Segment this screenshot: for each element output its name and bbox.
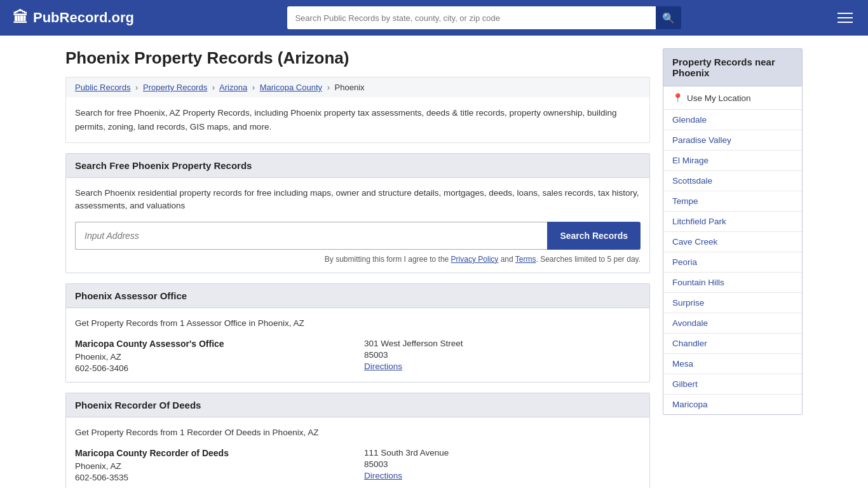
sidebar-item-paradise-valley[interactable]: Paradise Valley bbox=[663, 130, 802, 151]
assessor-desc: Get Property Records from 1 Assessor Off… bbox=[75, 317, 641, 330]
recorder-office-name: Maricopa County Recorder of Deeds bbox=[75, 448, 351, 458]
use-location-item[interactable]: 📍 Use My Location bbox=[663, 86, 802, 110]
breadcrumb-property-records[interactable]: Property Records bbox=[143, 83, 207, 92]
recorder-office-right: 111 South 3rd Avenue 85003 Directions bbox=[364, 448, 641, 482]
assessor-office-entry: Maricopa County Assessor's Office Phoeni… bbox=[75, 339, 641, 373]
breadcrumb-public-records[interactable]: Public Records bbox=[75, 83, 130, 92]
main-container: Phoenix Property Records (Arizona) Publi… bbox=[53, 36, 815, 488]
sidebar-item-avondale[interactable]: Avondale bbox=[663, 313, 802, 334]
search-desc: Search Phoenix residential property reco… bbox=[75, 187, 641, 213]
sidebar-link-chandler[interactable]: Chandler bbox=[672, 339, 707, 348]
breadcrumb-maricopa[interactable]: Maricopa County bbox=[260, 83, 322, 92]
logo-text: PubRecord.org bbox=[33, 10, 134, 26]
bank-icon: 🏛 bbox=[13, 9, 28, 27]
header-search-button[interactable]: 🔍 bbox=[656, 6, 681, 29]
sidebar-link-maricopa[interactable]: Maricopa bbox=[672, 400, 708, 409]
recorder-office-zip: 85003 bbox=[364, 459, 641, 469]
recorder-office-address: 111 South 3rd Avenue bbox=[364, 448, 641, 458]
content-area: Phoenix Property Records (Arizona) Publi… bbox=[65, 48, 650, 488]
breadcrumb-sep-2: › bbox=[212, 83, 215, 92]
sidebar-link-peoria[interactable]: Peoria bbox=[672, 257, 697, 267]
assessor-office-zip: 85003 bbox=[364, 350, 641, 360]
use-location-link[interactable]: Use My Location bbox=[687, 93, 751, 103]
sidebar-link-glendale[interactable]: Glendale bbox=[672, 115, 707, 125]
form-note: By submitting this form I agree to the P… bbox=[75, 255, 641, 264]
intro-text: Search for free Phoenix, AZ Property Rec… bbox=[75, 106, 641, 133]
intro-section: Search for free Phoenix, AZ Property Rec… bbox=[65, 97, 650, 143]
sidebar-item-cave-creek[interactable]: Cave Creek bbox=[663, 232, 802, 252]
assessor-directions-link[interactable]: Directions bbox=[364, 362, 641, 371]
sidebar-item-chandler[interactable]: Chandler bbox=[663, 334, 802, 354]
sidebar-item-mesa[interactable]: Mesa bbox=[663, 354, 802, 374]
breadcrumb-sep-4: › bbox=[327, 83, 330, 92]
sidebar-link-cave-creek[interactable]: Cave Creek bbox=[672, 237, 717, 247]
sidebar-item-el-mirage[interactable]: El Mirage bbox=[663, 151, 802, 171]
assessor-office-address: 301 West Jefferson Street bbox=[364, 339, 641, 348]
search-icon: 🔍 bbox=[662, 12, 675, 24]
sidebar-item-surprise[interactable]: Surprise bbox=[663, 293, 802, 313]
site-header: 🏛 PubRecord.org 🔍 bbox=[0, 0, 868, 36]
recorder-office-left: Maricopa County Recorder of Deeds Phoeni… bbox=[75, 448, 351, 482]
sidebar-link-mesa[interactable]: Mesa bbox=[672, 359, 693, 369]
site-logo[interactable]: 🏛 PubRecord.org bbox=[13, 9, 134, 27]
recorder-office-city: Phoenix, AZ bbox=[75, 461, 351, 471]
breadcrumb-sep-3: › bbox=[252, 83, 255, 92]
sidebar-item-gilbert[interactable]: Gilbert bbox=[663, 374, 802, 395]
header-search-input[interactable] bbox=[287, 6, 656, 29]
hamburger-line-2 bbox=[837, 17, 853, 18]
privacy-policy-link[interactable]: Privacy Policy bbox=[451, 255, 499, 264]
address-input[interactable] bbox=[75, 222, 547, 250]
recorder-office-phone: 602-506-3535 bbox=[75, 473, 351, 482]
recorder-section-header: Phoenix Recorder Of Deeds bbox=[65, 393, 650, 417]
sidebar-item-fountain-hills[interactable]: Fountain Hills bbox=[663, 273, 802, 293]
sidebar-item-litchfield-park[interactable]: Litchfield Park bbox=[663, 212, 802, 232]
sidebar-list: 📍 Use My Location Glendale Paradise Vall… bbox=[663, 86, 803, 415]
sidebar-link-el-mirage[interactable]: El Mirage bbox=[672, 156, 709, 165]
sidebar-item-glendale[interactable]: Glendale bbox=[663, 110, 802, 130]
page-title: Phoenix Property Records (Arizona) bbox=[65, 48, 650, 68]
recorder-section-body: Get Property Records from 1 Recorder Of … bbox=[65, 417, 650, 488]
sidebar-header: Property Records near Phoenix bbox=[663, 48, 803, 86]
sidebar-link-litchfield-park[interactable]: Litchfield Park bbox=[672, 217, 726, 226]
form-note-limit: . Searches limited to 5 per day. bbox=[536, 255, 641, 264]
header-search-wrapper: 🔍 bbox=[287, 6, 681, 29]
hamburger-line-1 bbox=[837, 13, 853, 14]
sidebar-item-scottsdale[interactable]: Scottsdale bbox=[663, 171, 802, 191]
form-note-prefix: By submitting this form I agree to the bbox=[325, 255, 449, 264]
sidebar: Property Records near Phoenix 📍 Use My L… bbox=[663, 48, 803, 488]
assessor-office-city: Phoenix, AZ bbox=[75, 352, 351, 362]
breadcrumb-phoenix: Phoenix bbox=[335, 83, 365, 92]
terms-link[interactable]: Terms bbox=[515, 255, 536, 264]
sidebar-link-avondale[interactable]: Avondale bbox=[672, 318, 708, 328]
sidebar-link-surprise[interactable]: Surprise bbox=[672, 298, 704, 308]
hamburger-line-3 bbox=[837, 22, 853, 23]
sidebar-link-paradise-valley[interactable]: Paradise Valley bbox=[672, 135, 731, 145]
search-section-header: Search Free Phoenix Property Records bbox=[65, 153, 650, 178]
assessor-section-body: Get Property Records from 1 Assessor Off… bbox=[65, 308, 650, 383]
search-records-button[interactable]: Search Records bbox=[547, 222, 641, 250]
breadcrumb: Public Records › Property Records › Ariz… bbox=[65, 77, 650, 97]
assessor-section-header: Phoenix Assessor Office bbox=[65, 283, 650, 308]
recorder-desc: Get Property Records from 1 Recorder Of … bbox=[75, 426, 641, 439]
assessor-office-right: 301 West Jefferson Street 85003 Directio… bbox=[364, 339, 641, 373]
sidebar-item-peoria[interactable]: Peoria bbox=[663, 252, 802, 273]
assessor-office-name: Maricopa County Assessor's Office bbox=[75, 339, 351, 349]
location-pin-icon: 📍 bbox=[672, 93, 683, 103]
recorder-office-entry: Maricopa County Recorder of Deeds Phoeni… bbox=[75, 448, 641, 482]
sidebar-link-fountain-hills[interactable]: Fountain Hills bbox=[672, 278, 724, 287]
assessor-office-phone: 602-506-3406 bbox=[75, 363, 351, 373]
assessor-office-left: Maricopa County Assessor's Office Phoeni… bbox=[75, 339, 351, 373]
sidebar-link-tempe[interactable]: Tempe bbox=[672, 196, 698, 206]
search-section-body: Search Phoenix residential property reco… bbox=[65, 178, 650, 273]
sidebar-item-maricopa[interactable]: Maricopa bbox=[663, 395, 802, 414]
sidebar-link-scottsdale[interactable]: Scottsdale bbox=[672, 176, 712, 186]
search-form: Search Records bbox=[75, 222, 641, 250]
recorder-directions-link[interactable]: Directions bbox=[364, 471, 641, 480]
breadcrumb-arizona[interactable]: Arizona bbox=[219, 83, 247, 92]
sidebar-link-gilbert[interactable]: Gilbert bbox=[672, 379, 698, 389]
sidebar-item-tempe[interactable]: Tempe bbox=[663, 191, 802, 212]
hamburger-menu-button[interactable] bbox=[835, 10, 855, 25]
breadcrumb-sep-1: › bbox=[135, 83, 138, 92]
